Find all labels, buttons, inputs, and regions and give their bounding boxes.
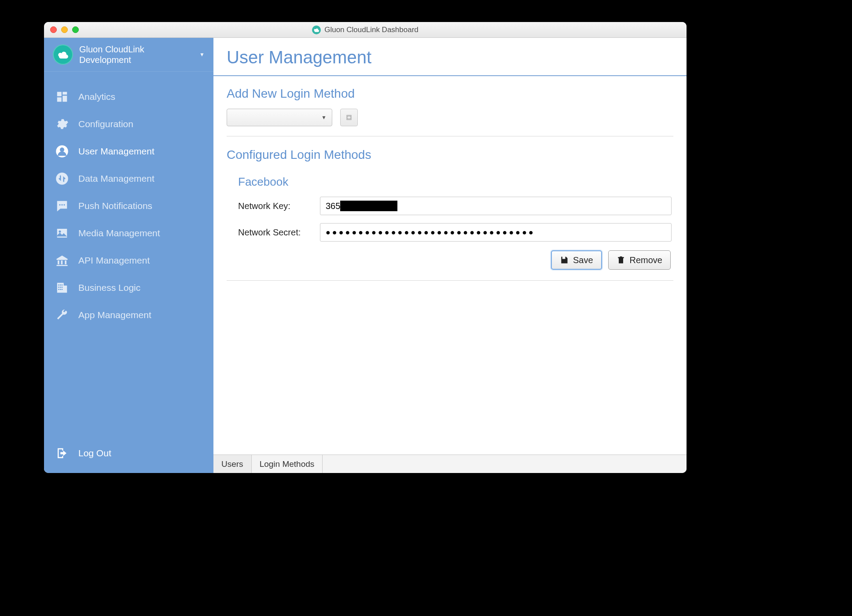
minimize-window-button[interactable] [61, 26, 68, 33]
redacted-segment [340, 201, 397, 211]
tab-users[interactable]: Users [213, 455, 252, 473]
sidebar-item-push-notifications[interactable]: Push Notifications [44, 192, 213, 220]
dashboard-icon [55, 90, 69, 103]
sidebar-item-business-logic[interactable]: Business Logic [44, 274, 213, 301]
add-login-method-row: ▼ [227, 109, 673, 136]
app-logo-icon [53, 44, 73, 65]
app-icon [312, 26, 321, 34]
plus-icon [345, 114, 353, 121]
save-button[interactable]: Save [551, 250, 602, 270]
sidebar-item-label: Configuration [78, 119, 133, 129]
svg-point-2 [56, 172, 68, 185]
sidebar-item-label: App Management [78, 310, 151, 320]
remove-button-label: Remove [630, 255, 662, 265]
sidebar-item-label: Data Management [78, 173, 154, 184]
sidebar-item-configuration[interactable]: Configuration [44, 110, 213, 138]
sidebar-item-user-management[interactable]: User Management [44, 138, 213, 165]
tab-label: Users [221, 459, 243, 469]
app-name-line1: Gluon CloudLink [79, 44, 144, 55]
sidebar-item-media-management[interactable]: Media Management [44, 220, 213, 247]
network-key-input[interactable]: 365 [320, 197, 672, 215]
login-method-dropdown[interactable]: ▼ [227, 109, 332, 126]
user-icon [55, 145, 69, 158]
sidebar-item-label: Business Logic [78, 282, 140, 293]
sidebar: Gluon CloudLink Development ▼ Analytics … [44, 38, 213, 473]
zoom-window-button[interactable] [72, 26, 79, 33]
network-key-value-prefix: 365 [326, 201, 340, 211]
gear-icon [55, 117, 69, 131]
bottom-tabs: Users Login Methods [213, 455, 687, 473]
close-window-button[interactable] [50, 26, 57, 33]
svg-point-1 [60, 147, 64, 152]
network-key-label: Network Key: [238, 201, 317, 211]
page-title: User Management [213, 38, 687, 76]
card-actions: Save Remove [228, 250, 672, 270]
sidebar-item-label: API Management [78, 255, 150, 266]
tab-label: Login Methods [260, 459, 315, 469]
svg-point-4 [61, 204, 62, 205]
sidebar-item-analytics[interactable]: Analytics [44, 83, 213, 110]
logout-button[interactable]: Log Out [44, 438, 213, 473]
titlebar: Gluon CloudLink Dashboard [44, 22, 687, 38]
window-title: Gluon CloudLink Dashboard [44, 26, 687, 34]
network-key-row: Network Key: 365 [238, 197, 672, 215]
app-name: Gluon CloudLink Development [79, 44, 144, 65]
sidebar-nav: Analytics Configuration User Management … [44, 72, 213, 438]
sidebar-item-label: Analytics [78, 92, 115, 102]
svg-point-5 [63, 204, 65, 205]
svg-point-3 [59, 204, 60, 205]
sidebar-item-label: User Management [78, 146, 154, 157]
sidebar-item-data-management[interactable]: Data Management [44, 165, 213, 192]
chat-icon [55, 199, 69, 213]
caret-down-icon: ▼ [321, 114, 327, 121]
content-area: Add New Login Method ▼ Configured Login … [213, 76, 687, 455]
sidebar-item-app-management[interactable]: App Management [44, 301, 213, 329]
save-button-label: Save [573, 255, 593, 265]
sidebar-item-api-management[interactable]: API Management [44, 247, 213, 274]
network-secret-label: Network Secret: [238, 227, 317, 238]
logout-icon [55, 447, 69, 460]
bank-icon [55, 254, 69, 267]
logout-label: Log Out [78, 448, 111, 458]
add-method-button[interactable] [340, 109, 358, 126]
network-secret-row: Network Secret: ●●●●●●●●●●●●●●●●●●●●●●●●… [238, 223, 672, 242]
app-window: Gluon CloudLink Dashboard Gluon CloudLin… [44, 22, 687, 473]
sidebar-item-label: Media Management [78, 228, 160, 238]
provider-name: Facebook [238, 175, 672, 189]
tab-login-methods[interactable]: Login Methods [252, 455, 323, 473]
window-controls [50, 26, 79, 33]
remove-button[interactable]: Remove [608, 250, 671, 270]
building-icon [55, 281, 69, 294]
svg-point-6 [59, 231, 61, 233]
sidebar-item-label: Push Notifications [78, 201, 152, 211]
transfer-icon [55, 172, 69, 185]
add-login-method-heading: Add New Login Method [227, 87, 673, 101]
image-icon [55, 227, 69, 240]
configured-methods-heading: Configured Login Methods [227, 148, 673, 162]
app-name-line2: Development [79, 55, 144, 65]
network-secret-masked: ●●●●●●●●●●●●●●●●●●●●●●●●●●●●●●●● [326, 228, 535, 237]
wrench-icon [55, 308, 69, 322]
save-icon [560, 256, 569, 264]
window-title-text: Gluon CloudLink Dashboard [324, 26, 419, 34]
main-panel: User Management Add New Login Method ▼ C… [213, 38, 687, 473]
app-switcher[interactable]: Gluon CloudLink Development ▼ [44, 38, 213, 72]
login-method-card: Facebook Network Key: 365 Network Secret… [227, 170, 673, 281]
caret-down-icon: ▼ [199, 51, 205, 58]
network-secret-input[interactable]: ●●●●●●●●●●●●●●●●●●●●●●●●●●●●●●●● [320, 223, 672, 242]
trash-icon [617, 256, 625, 264]
